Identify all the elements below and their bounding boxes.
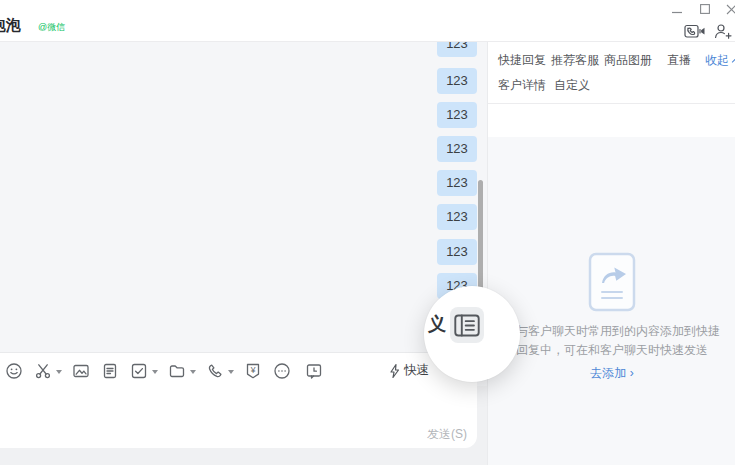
window-title: 泡泡: [0, 16, 21, 35]
call-button[interactable]: [205, 361, 234, 381]
message-input[interactable]: [0, 385, 477, 445]
titlebar: 泡泡 @微信: [0, 0, 735, 42]
tab-live[interactable]: 直播: [667, 52, 691, 69]
tab-custom[interactable]: 自定义: [554, 77, 590, 94]
todo-button[interactable]: [129, 361, 158, 381]
add-person-button[interactable]: [713, 23, 732, 40]
article-icon: [100, 361, 120, 381]
red-packet-button[interactable]: ¥: [243, 361, 263, 381]
todo-checkbox-icon: [129, 361, 149, 381]
quick-reply-panel-content: 将与客户聊天时常用到的内容添加到快捷 回复中，可在和客户聊天时快速发送 去添加 …: [488, 137, 735, 465]
emoji-icon: [4, 361, 24, 381]
chat-bubble[interactable]: 123: [437, 68, 477, 94]
maximize-icon: [700, 4, 710, 14]
call-caret-icon: [228, 370, 234, 377]
empty-state-text-line1: 将与客户聊天时常用到的内容添加到快捷: [488, 323, 735, 340]
close-icon: [726, 4, 735, 15]
quick-reply-panel-button[interactable]: [450, 307, 484, 343]
chat-message-area: 123 123 123 123 123 123 123 123 123: [0, 42, 487, 465]
emoji-button[interactable]: [4, 361, 24, 381]
collapse-label: 收起: [705, 52, 729, 69]
image-button[interactable]: [71, 361, 91, 381]
maximize-button[interactable]: [694, 0, 716, 18]
go-add-link[interactable]: 去添加 ›: [488, 365, 735, 382]
panel-tab-row-1: 快捷回复 推荐客服 商品图册 直播 收起: [488, 42, 735, 69]
chat-bubble[interactable]: 123: [437, 170, 477, 196]
folder-icon: [167, 361, 187, 381]
minimize-button[interactable]: [666, 0, 688, 18]
tab-customer-detail[interactable]: 客户详情: [498, 77, 546, 94]
screenshot-scissors-icon: [33, 361, 53, 381]
quick-reply-partial-glyph: 义: [428, 312, 446, 336]
panel-tab-row-2: 客户详情 自定义: [488, 69, 735, 94]
chat-history-button[interactable]: [304, 361, 324, 381]
screenshot-button[interactable]: [33, 361, 62, 381]
folder-button[interactable]: [167, 361, 196, 381]
red-packet-yen-icon: ¥: [243, 361, 263, 381]
panel-tabs: 快捷回复 推荐客服 商品图册 直播 收起 客户详情 自定义: [488, 42, 735, 104]
account-badge: @微信: [38, 21, 65, 34]
chat-history-clock-icon: [304, 361, 324, 381]
more-tools-button[interactable]: [272, 361, 292, 381]
tab-recommend-agent[interactable]: 推荐客服: [551, 52, 599, 69]
right-panel: 快捷回复 推荐客服 商品图册 直播 收起 客户详情 自定义 将与客户聊天时常用到…: [487, 42, 735, 465]
chat-bubble[interactable]: 123: [437, 204, 477, 230]
send-button[interactable]: 发送(S): [427, 426, 467, 443]
empty-state-text-line2: 回复中，可在和客户聊天时快速发送: [488, 342, 735, 359]
notebook-icon: [454, 314, 480, 337]
video-call-button[interactable]: [684, 23, 706, 40]
compose-panel: ¥ 快: [0, 352, 477, 448]
quick-reply-button[interactable]: 快速: [388, 362, 429, 379]
article-button[interactable]: [100, 361, 120, 381]
chat-bubble[interactable]: 123: [437, 102, 477, 128]
more-ellipsis-icon: [272, 361, 292, 381]
minimize-icon: [672, 4, 682, 14]
folder-caret-icon: [190, 370, 196, 377]
share-document-icon: [588, 252, 636, 312]
screenshot-caret-icon: [56, 370, 62, 377]
chat-bubble[interactable]: 123: [437, 42, 477, 57]
tab-product-album[interactable]: 商品图册: [604, 52, 652, 69]
video-call-icon: [684, 24, 706, 39]
svg-text:¥: ¥: [250, 365, 256, 375]
compose-toolbar: ¥: [4, 360, 333, 382]
chat-bubble[interactable]: 123: [437, 239, 477, 265]
quick-reply-label: 快速: [404, 362, 429, 379]
tab-quick-reply[interactable]: 快捷回复: [498, 52, 546, 69]
phone-icon: [205, 361, 225, 381]
close-button[interactable]: [720, 0, 735, 18]
collapse-button[interactable]: 收起: [705, 52, 735, 69]
todo-caret-icon: [152, 370, 158, 377]
chat-bubble[interactable]: 123: [437, 136, 477, 162]
add-person-icon: [713, 23, 732, 40]
lightning-icon: [388, 363, 401, 379]
image-icon: [71, 361, 91, 381]
empty-state-icon: [588, 252, 636, 312]
